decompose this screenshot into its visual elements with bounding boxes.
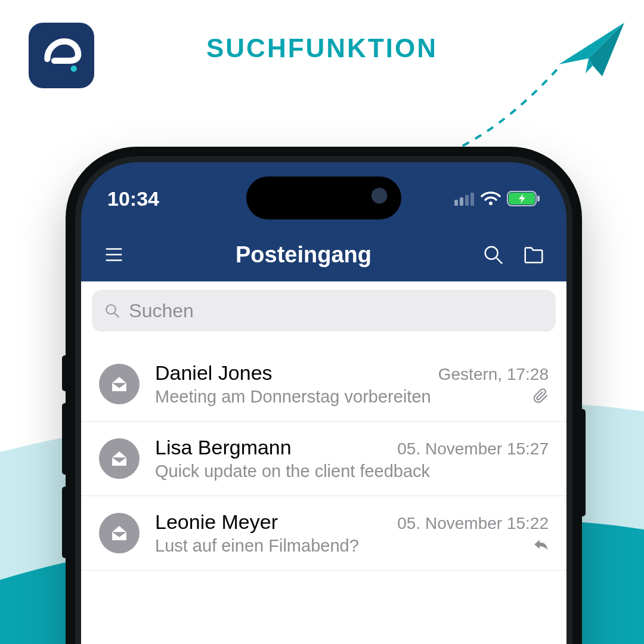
wifi-icon — [481, 191, 501, 206]
search-icon — [482, 243, 504, 266]
mail-time: 05. November 15:22 — [397, 514, 549, 533]
svg-rect-5 — [460, 197, 463, 206]
phone-side-button — [62, 355, 68, 391]
mail-subject: Lust auf einen Filmabend? — [155, 536, 359, 556]
svg-point-0 — [71, 66, 77, 72]
phone-volume-down-button — [62, 487, 68, 558]
mail-sender: Lisa Bergmann — [155, 436, 292, 459]
reply-icon — [533, 537, 549, 555]
mail-subject: Quick update on the client feedback — [155, 462, 430, 481]
folder-icon — [522, 243, 545, 266]
status-time: 10:34 — [107, 187, 159, 210]
svg-line-16 — [497, 258, 503, 264]
svg-point-8 — [489, 202, 493, 205]
svg-rect-11 — [537, 196, 540, 202]
hamburger-icon — [103, 243, 125, 266]
phone-volume-up-button — [62, 403, 68, 475]
search-field[interactable] — [92, 290, 556, 332]
mail-avatar — [99, 438, 140, 479]
mail-avatar — [99, 513, 140, 553]
phone-screen: 10:34 — [75, 156, 572, 644]
mail-row[interactable]: Daniel Jones Gestern, 17:28 Meeting am D… — [81, 347, 566, 422]
phone-power-button — [580, 409, 586, 516]
cellular-icon — [454, 191, 475, 206]
screen-body: Daniel Jones Gestern, 17:28 Meeting am D… — [81, 281, 566, 644]
mail-row[interactable]: Lisa Bergmann 05. November 15:27 Quick u… — [81, 422, 566, 496]
svg-rect-4 — [454, 200, 458, 206]
screen-title: Posteingang — [126, 242, 481, 268]
svg-rect-7 — [470, 193, 474, 206]
mail-time: Gestern, 17:28 — [438, 365, 549, 384]
phone-mockup: 10:34 — [66, 147, 582, 644]
status-bar: 10:34 — [81, 182, 566, 215]
mail-sender: Leonie Meyer — [155, 510, 278, 534]
svg-rect-6 — [465, 195, 469, 206]
battery-charging-icon — [507, 191, 540, 206]
mail-subject: Meeting am Donnerstag vorbereiten — [155, 387, 431, 407]
mail-list: Daniel Jones Gestern, 17:28 Meeting am D… — [81, 340, 566, 571]
paper-plane-icon — [556, 17, 627, 88]
search-button[interactable] — [481, 242, 506, 267]
search-icon — [104, 302, 120, 320]
mail-sender: Daniel Jones — [155, 361, 273, 385]
open-envelope-icon — [109, 523, 129, 543]
svg-line-18 — [114, 313, 119, 317]
svg-point-17 — [106, 305, 116, 314]
mail-time: 05. November 15:27 — [397, 439, 549, 459]
mail-row[interactable]: Leonie Meyer 05. November 15:22 Lust auf… — [81, 496, 566, 571]
app-navbar: Posteingang — [81, 228, 566, 281]
attachment-icon — [533, 388, 549, 406]
mail-avatar — [99, 364, 140, 404]
open-envelope-icon — [109, 374, 129, 394]
hamburger-menu-button[interactable] — [101, 242, 126, 267]
search-input[interactable] — [129, 300, 544, 322]
open-envelope-icon — [109, 448, 129, 469]
page-title: SUCHFUNKTION — [0, 33, 644, 63]
folder-button[interactable] — [521, 242, 546, 267]
svg-point-15 — [485, 247, 498, 259]
